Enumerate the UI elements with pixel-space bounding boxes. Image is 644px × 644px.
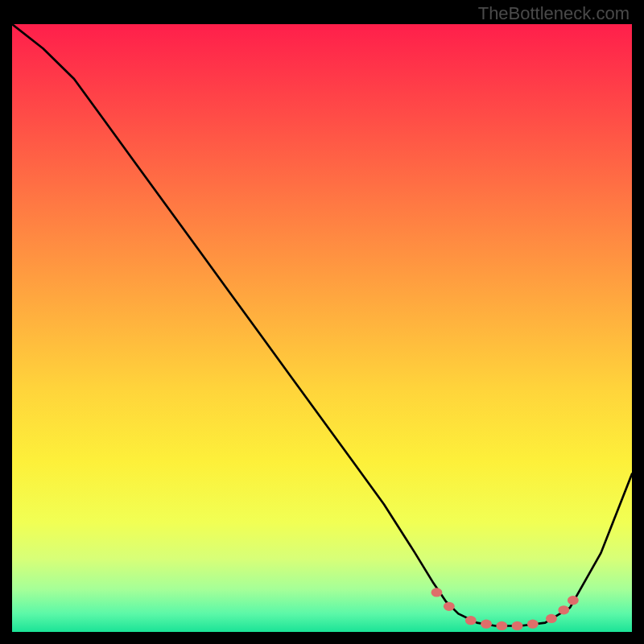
watermark-text: TheBottleneck.com xyxy=(478,3,630,24)
chart-area xyxy=(12,24,632,632)
marker-dot xyxy=(527,620,539,629)
marker-dot xyxy=(481,620,492,629)
bottleneck-curve-path xyxy=(12,24,632,625)
highlight-markers xyxy=(431,588,579,630)
marker-dot xyxy=(465,616,477,625)
marker-dot xyxy=(558,605,569,614)
marker-dot xyxy=(431,588,443,597)
marker-dot xyxy=(444,602,455,611)
marker-dot xyxy=(568,596,579,605)
marker-dot xyxy=(546,614,557,623)
bottleneck-curve-svg xyxy=(12,24,632,632)
marker-dot xyxy=(512,621,523,630)
marker-dot xyxy=(496,621,507,630)
